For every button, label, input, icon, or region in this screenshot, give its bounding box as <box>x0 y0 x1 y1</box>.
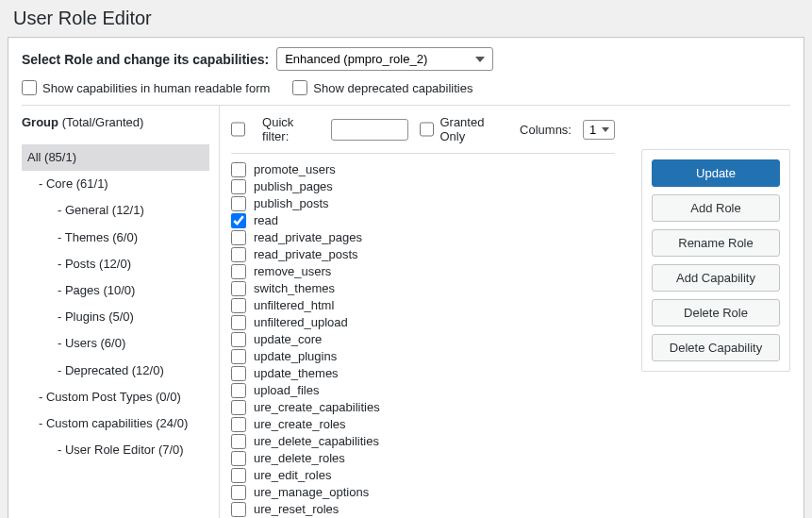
actions-box: Update Add Role Rename Role Add Capabili… <box>641 149 790 372</box>
role-select[interactable]: Enhanced (pmpro_role_2) <box>276 47 493 71</box>
deprecated-label: Show deprecated capabilities <box>313 81 472 95</box>
group-item[interactable]: - Core (61/1) <box>22 171 209 197</box>
capability-checkbox[interactable] <box>231 213 246 228</box>
capability-label: ure_manage_options <box>254 486 369 499</box>
group-item[interactable]: - Custom capabilities (24/0) <box>22 410 209 437</box>
capability-item[interactable]: remove_users <box>231 263 615 280</box>
capability-label: read_private_posts <box>254 248 358 261</box>
update-button[interactable]: Update <box>652 159 780 187</box>
capability-item[interactable]: upload_files <box>231 382 615 399</box>
capability-item[interactable]: publish_pages <box>231 178 615 195</box>
delete-capability-button[interactable]: Delete Capability <box>652 334 780 361</box>
capability-item[interactable]: switch_themes <box>231 280 615 297</box>
columns-label: Columns: <box>520 123 572 137</box>
capability-label: publish_pages <box>254 180 333 193</box>
group-item[interactable]: - Themes (6/0) <box>22 225 209 251</box>
capability-item[interactable]: publish_posts <box>231 195 615 212</box>
capability-label: update_themes <box>254 367 339 380</box>
add-role-button[interactable]: Add Role <box>652 194 780 222</box>
capability-label: ure_create_capabilities <box>254 401 380 414</box>
human-readable-toggle[interactable]: Show capabilities in human readable form <box>22 80 270 95</box>
columns-select[interactable]: 1 <box>583 120 615 140</box>
group-header: Group (Total/Granted) <box>22 115 209 137</box>
group-item[interactable]: - Plugins (5/0) <box>22 304 209 330</box>
capability-item[interactable]: unfiltered_html <box>231 297 615 314</box>
capability-checkbox[interactable] <box>231 315 246 330</box>
capability-checkbox[interactable] <box>231 434 246 449</box>
capability-checkbox[interactable] <box>231 349 246 364</box>
deprecated-toggle[interactable]: Show deprecated capabilities <box>292 80 472 95</box>
capability-checkbox[interactable] <box>231 502 246 517</box>
capability-item[interactable]: ure_delete_capabilities <box>231 433 615 450</box>
capabilities-list: promote_userspublish_pagespublish_postsr… <box>231 161 615 518</box>
capability-checkbox[interactable] <box>231 264 246 279</box>
group-item[interactable]: - Custom Post Types (0/0) <box>22 384 209 410</box>
human-readable-checkbox[interactable] <box>22 80 37 95</box>
granted-only-toggle[interactable]: Granted Only <box>420 115 508 143</box>
actions-column: Update Add Role Rename Role Add Capabili… <box>630 106 790 518</box>
capability-item[interactable]: update_plugins <box>231 348 615 365</box>
capability-checkbox[interactable] <box>231 247 246 262</box>
group-item[interactable]: - Deprecated (12/0) <box>22 358 209 384</box>
capability-checkbox[interactable] <box>231 162 246 177</box>
capability-label: ure_reset_roles <box>254 503 339 516</box>
add-capability-button[interactable]: Add Capability <box>652 264 780 292</box>
capability-item[interactable]: ure_edit_roles <box>231 467 615 484</box>
capability-checkbox[interactable] <box>231 485 246 500</box>
human-readable-label: Show capabilities in human readable form <box>42 81 270 95</box>
capability-checkbox[interactable] <box>231 366 246 381</box>
capability-label: publish_posts <box>254 197 329 210</box>
capability-checkbox[interactable] <box>231 298 246 313</box>
capability-checkbox[interactable] <box>231 332 246 347</box>
capability-item[interactable]: read_private_pages <box>231 229 615 246</box>
capability-item[interactable]: update_core <box>231 331 615 348</box>
deprecated-checkbox[interactable] <box>292 80 307 95</box>
capability-label: upload_files <box>254 384 319 397</box>
capability-item[interactable]: read <box>231 212 615 229</box>
capability-item[interactable]: ure_delete_roles <box>231 450 615 467</box>
capability-checkbox[interactable] <box>231 417 246 432</box>
capability-label: update_core <box>254 333 322 346</box>
capability-checkbox[interactable] <box>231 196 246 211</box>
quick-filter-label: Quick filter: <box>262 115 320 143</box>
capability-label: ure_delete_capabilities <box>254 435 379 448</box>
capability-checkbox[interactable] <box>231 230 246 245</box>
capability-checkbox[interactable] <box>231 179 246 194</box>
capability-checkbox[interactable] <box>231 383 246 398</box>
page-title: User Role Editor <box>0 0 812 37</box>
capability-item[interactable]: promote_users <box>231 161 615 178</box>
capability-checkbox[interactable] <box>231 468 246 483</box>
rename-role-button[interactable]: Rename Role <box>652 229 780 257</box>
capability-item[interactable]: ure_manage_options <box>231 484 615 501</box>
group-item[interactable]: - General (12/1) <box>22 197 209 224</box>
granted-only-label: Granted Only <box>439 115 508 143</box>
select-role-label: Select Role and change its capabilities: <box>22 52 269 67</box>
capability-label: ure_edit_roles <box>254 469 331 482</box>
group-item[interactable]: - Pages (10/0) <box>22 277 209 304</box>
capability-item[interactable]: read_private_posts <box>231 246 615 263</box>
main-panel: Select Role and change its capabilities:… <box>8 37 804 518</box>
group-item[interactable]: All (85/1) <box>22 144 209 171</box>
capability-item[interactable]: ure_reset_roles <box>231 501 615 518</box>
capability-item[interactable]: unfiltered_upload <box>231 314 615 331</box>
select-all-checkbox[interactable] <box>231 122 245 137</box>
capability-label: ure_create_roles <box>254 418 346 431</box>
capability-label: promote_users <box>254 163 336 176</box>
group-item[interactable]: - Users (6/0) <box>22 330 209 357</box>
capability-checkbox[interactable] <box>231 281 246 296</box>
group-item[interactable]: - Posts (12/0) <box>22 251 209 277</box>
capabilities-panel: Quick filter: Granted Only Columns: 1 pr… <box>220 106 630 518</box>
capability-item[interactable]: ure_create_roles <box>231 416 615 433</box>
delete-role-button[interactable]: Delete Role <box>652 299 780 326</box>
capability-label: read_private_pages <box>254 231 362 244</box>
capability-checkbox[interactable] <box>231 451 246 466</box>
granted-only-checkbox[interactable] <box>420 122 434 137</box>
capability-label: read <box>254 214 278 227</box>
quick-filter-input[interactable] <box>331 119 408 141</box>
capability-label: unfiltered_html <box>254 299 334 312</box>
group-item[interactable]: - User Role Editor (7/0) <box>22 437 209 463</box>
capability-label: ure_delete_roles <box>254 452 345 465</box>
capability-item[interactable]: ure_create_capabilities <box>231 399 615 416</box>
capability-checkbox[interactable] <box>231 400 246 415</box>
capability-item[interactable]: update_themes <box>231 365 615 382</box>
